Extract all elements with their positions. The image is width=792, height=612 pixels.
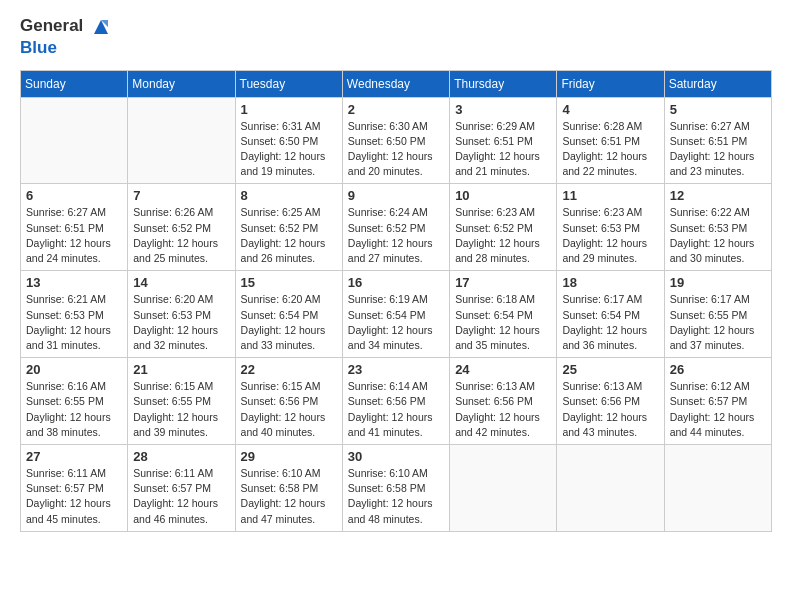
day-info: Sunrise: 6:21 AMSunset: 6:53 PMDaylight:… [26, 292, 122, 353]
day-number: 7 [133, 188, 229, 203]
day-info: Sunrise: 6:15 AMSunset: 6:55 PMDaylight:… [133, 379, 229, 440]
day-info: Sunrise: 6:13 AMSunset: 6:56 PMDaylight:… [562, 379, 658, 440]
calendar-cell: 26Sunrise: 6:12 AMSunset: 6:57 PMDayligh… [664, 358, 771, 445]
day-number: 21 [133, 362, 229, 377]
day-number: 30 [348, 449, 444, 464]
calendar-cell: 10Sunrise: 6:23 AMSunset: 6:52 PMDayligh… [450, 184, 557, 271]
day-number: 12 [670, 188, 766, 203]
day-info: Sunrise: 6:11 AMSunset: 6:57 PMDaylight:… [26, 466, 122, 527]
day-info: Sunrise: 6:19 AMSunset: 6:54 PMDaylight:… [348, 292, 444, 353]
day-number: 27 [26, 449, 122, 464]
day-number: 15 [241, 275, 337, 290]
calendar-cell: 3Sunrise: 6:29 AMSunset: 6:51 PMDaylight… [450, 97, 557, 184]
day-number: 13 [26, 275, 122, 290]
day-info: Sunrise: 6:23 AMSunset: 6:52 PMDaylight:… [455, 205, 551, 266]
day-number: 24 [455, 362, 551, 377]
day-number: 29 [241, 449, 337, 464]
calendar-cell: 22Sunrise: 6:15 AMSunset: 6:56 PMDayligh… [235, 358, 342, 445]
day-number: 3 [455, 102, 551, 117]
day-info: Sunrise: 6:23 AMSunset: 6:53 PMDaylight:… [562, 205, 658, 266]
day-info: Sunrise: 6:11 AMSunset: 6:57 PMDaylight:… [133, 466, 229, 527]
day-info: Sunrise: 6:20 AMSunset: 6:54 PMDaylight:… [241, 292, 337, 353]
day-info: Sunrise: 6:10 AMSunset: 6:58 PMDaylight:… [241, 466, 337, 527]
day-info: Sunrise: 6:17 AMSunset: 6:55 PMDaylight:… [670, 292, 766, 353]
day-info: Sunrise: 6:30 AMSunset: 6:50 PMDaylight:… [348, 119, 444, 180]
calendar-cell: 12Sunrise: 6:22 AMSunset: 6:53 PMDayligh… [664, 184, 771, 271]
calendar-cell: 5Sunrise: 6:27 AMSunset: 6:51 PMDaylight… [664, 97, 771, 184]
week-row-2: 13Sunrise: 6:21 AMSunset: 6:53 PMDayligh… [21, 271, 772, 358]
calendar-cell: 7Sunrise: 6:26 AMSunset: 6:52 PMDaylight… [128, 184, 235, 271]
day-number: 5 [670, 102, 766, 117]
calendar-cell: 24Sunrise: 6:13 AMSunset: 6:56 PMDayligh… [450, 358, 557, 445]
day-number: 23 [348, 362, 444, 377]
day-info: Sunrise: 6:14 AMSunset: 6:56 PMDaylight:… [348, 379, 444, 440]
day-info: Sunrise: 6:17 AMSunset: 6:54 PMDaylight:… [562, 292, 658, 353]
day-number: 17 [455, 275, 551, 290]
day-number: 22 [241, 362, 337, 377]
day-info: Sunrise: 6:10 AMSunset: 6:58 PMDaylight:… [348, 466, 444, 527]
day-number: 25 [562, 362, 658, 377]
calendar-cell [128, 97, 235, 184]
day-number: 6 [26, 188, 122, 203]
day-info: Sunrise: 6:26 AMSunset: 6:52 PMDaylight:… [133, 205, 229, 266]
day-number: 8 [241, 188, 337, 203]
week-row-4: 27Sunrise: 6:11 AMSunset: 6:57 PMDayligh… [21, 445, 772, 532]
week-row-3: 20Sunrise: 6:16 AMSunset: 6:55 PMDayligh… [21, 358, 772, 445]
header: General Blue [20, 16, 772, 58]
week-row-0: 1Sunrise: 6:31 AMSunset: 6:50 PMDaylight… [21, 97, 772, 184]
day-info: Sunrise: 6:31 AMSunset: 6:50 PMDaylight:… [241, 119, 337, 180]
day-info: Sunrise: 6:13 AMSunset: 6:56 PMDaylight:… [455, 379, 551, 440]
calendar-cell: 25Sunrise: 6:13 AMSunset: 6:56 PMDayligh… [557, 358, 664, 445]
weekday-header-thursday: Thursday [450, 70, 557, 97]
day-info: Sunrise: 6:25 AMSunset: 6:52 PMDaylight:… [241, 205, 337, 266]
day-number: 2 [348, 102, 444, 117]
day-info: Sunrise: 6:18 AMSunset: 6:54 PMDaylight:… [455, 292, 551, 353]
logo: General Blue [20, 16, 112, 58]
calendar-cell: 21Sunrise: 6:15 AMSunset: 6:55 PMDayligh… [128, 358, 235, 445]
day-info: Sunrise: 6:22 AMSunset: 6:53 PMDaylight:… [670, 205, 766, 266]
day-number: 20 [26, 362, 122, 377]
day-info: Sunrise: 6:20 AMSunset: 6:53 PMDaylight:… [133, 292, 229, 353]
day-number: 26 [670, 362, 766, 377]
calendar-cell [557, 445, 664, 532]
day-number: 4 [562, 102, 658, 117]
calendar-cell: 6Sunrise: 6:27 AMSunset: 6:51 PMDaylight… [21, 184, 128, 271]
day-number: 11 [562, 188, 658, 203]
weekday-header-friday: Friday [557, 70, 664, 97]
day-info: Sunrise: 6:12 AMSunset: 6:57 PMDaylight:… [670, 379, 766, 440]
day-info: Sunrise: 6:16 AMSunset: 6:55 PMDaylight:… [26, 379, 122, 440]
calendar-cell [450, 445, 557, 532]
page: General Blue SundayMondayTuesdayWednesda… [0, 0, 792, 612]
logo-icon [90, 16, 112, 38]
calendar-cell [21, 97, 128, 184]
weekday-header-row: SundayMondayTuesdayWednesdayThursdayFrid… [21, 70, 772, 97]
calendar-cell: 30Sunrise: 6:10 AMSunset: 6:58 PMDayligh… [342, 445, 449, 532]
calendar-cell: 18Sunrise: 6:17 AMSunset: 6:54 PMDayligh… [557, 271, 664, 358]
day-number: 9 [348, 188, 444, 203]
day-number: 14 [133, 275, 229, 290]
calendar-cell: 16Sunrise: 6:19 AMSunset: 6:54 PMDayligh… [342, 271, 449, 358]
day-info: Sunrise: 6:28 AMSunset: 6:51 PMDaylight:… [562, 119, 658, 180]
logo-blue: Blue [20, 38, 112, 58]
weekday-header-tuesday: Tuesday [235, 70, 342, 97]
calendar-cell: 4Sunrise: 6:28 AMSunset: 6:51 PMDaylight… [557, 97, 664, 184]
day-info: Sunrise: 6:27 AMSunset: 6:51 PMDaylight:… [26, 205, 122, 266]
calendar-cell: 2Sunrise: 6:30 AMSunset: 6:50 PMDaylight… [342, 97, 449, 184]
calendar-cell: 8Sunrise: 6:25 AMSunset: 6:52 PMDaylight… [235, 184, 342, 271]
weekday-header-monday: Monday [128, 70, 235, 97]
day-number: 16 [348, 275, 444, 290]
calendar-cell: 23Sunrise: 6:14 AMSunset: 6:56 PMDayligh… [342, 358, 449, 445]
calendar-cell [664, 445, 771, 532]
day-info: Sunrise: 6:24 AMSunset: 6:52 PMDaylight:… [348, 205, 444, 266]
day-number: 19 [670, 275, 766, 290]
day-number: 1 [241, 102, 337, 117]
calendar: SundayMondayTuesdayWednesdayThursdayFrid… [20, 70, 772, 532]
day-info: Sunrise: 6:15 AMSunset: 6:56 PMDaylight:… [241, 379, 337, 440]
calendar-cell: 17Sunrise: 6:18 AMSunset: 6:54 PMDayligh… [450, 271, 557, 358]
calendar-cell: 27Sunrise: 6:11 AMSunset: 6:57 PMDayligh… [21, 445, 128, 532]
calendar-cell: 9Sunrise: 6:24 AMSunset: 6:52 PMDaylight… [342, 184, 449, 271]
calendar-cell: 29Sunrise: 6:10 AMSunset: 6:58 PMDayligh… [235, 445, 342, 532]
day-info: Sunrise: 6:27 AMSunset: 6:51 PMDaylight:… [670, 119, 766, 180]
calendar-cell: 14Sunrise: 6:20 AMSunset: 6:53 PMDayligh… [128, 271, 235, 358]
day-info: Sunrise: 6:29 AMSunset: 6:51 PMDaylight:… [455, 119, 551, 180]
